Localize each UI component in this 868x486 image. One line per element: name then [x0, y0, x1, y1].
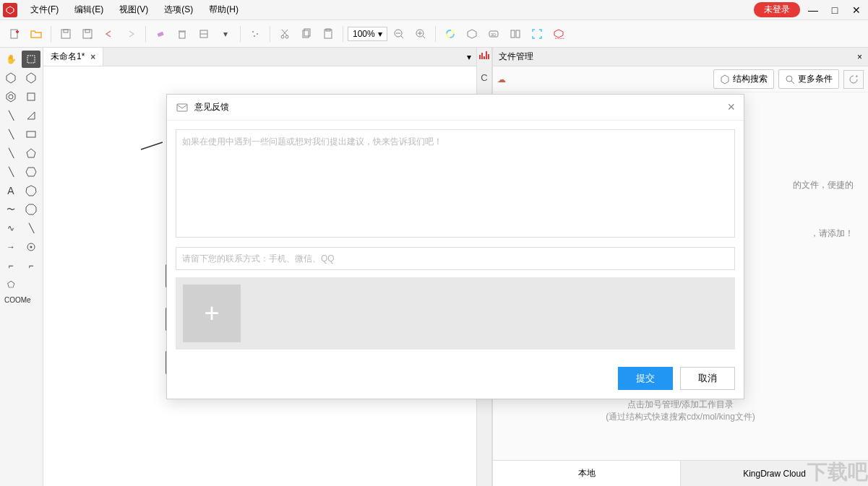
- svg-rect-63: [481, 53, 483, 59]
- svg-text:3D: 3D: [491, 32, 497, 37]
- svg-point-45: [9, 95, 13, 99]
- svg-rect-5: [64, 30, 68, 32]
- contact-input[interactable]: [176, 247, 735, 270]
- svg-point-17: [281, 35, 284, 38]
- select-tool-icon[interactable]: [22, 51, 40, 68]
- zoom-out-icon[interactable]: [389, 24, 409, 44]
- svg-point-14: [252, 31, 254, 32]
- bracket-icon[interactable]: ⌐: [1, 257, 20, 274]
- panel-tabs: 本地 KingDraw Cloud: [493, 460, 868, 486]
- tab-local[interactable]: 本地: [493, 461, 680, 486]
- tab-cloud[interactable]: KingDraw Cloud: [680, 461, 868, 486]
- cloud-icon: ☁: [497, 74, 506, 84]
- svg-marker-42: [7, 73, 15, 83]
- svg-line-19: [283, 30, 288, 35]
- line2-icon[interactable]: ╲: [22, 220, 40, 237]
- menu-options[interactable]: 选项(S): [157, 1, 200, 19]
- app-icon: [3, 3, 17, 17]
- close-window-button[interactable]: ✕: [848, 1, 865, 19]
- pentagon-icon[interactable]: [22, 144, 40, 162]
- svg-rect-62: [479, 55, 481, 59]
- line-tool-icon[interactable]: ╲: [1, 107, 20, 124]
- minimize-button[interactable]: —: [804, 1, 822, 19]
- svg-line-26: [401, 36, 403, 38]
- svg-point-68: [786, 76, 792, 82]
- open-folder-icon[interactable]: [26, 24, 46, 44]
- color-ring-icon[interactable]: [440, 24, 460, 44]
- dash-bond-icon[interactable]: ╲: [1, 144, 20, 162]
- menu-file[interactable]: 文件(F): [23, 1, 66, 19]
- hexagon2-icon[interactable]: [22, 69, 40, 87]
- cancel-button[interactable]: 取消: [680, 367, 735, 390]
- eraser-icon[interactable]: [150, 24, 171, 44]
- svg-marker-52: [26, 204, 36, 214]
- submit-button[interactable]: 提交: [618, 367, 673, 390]
- upload-add-button[interactable]: +: [183, 285, 241, 342]
- feedback-textarea[interactable]: [176, 129, 735, 238]
- hand-tool-icon[interactable]: ✋: [1, 51, 20, 68]
- bond-tool-icon[interactable]: ╲: [1, 126, 20, 143]
- delete-icon[interactable]: [172, 24, 192, 44]
- screenshot-icon[interactable]: [527, 24, 547, 44]
- cube-icon[interactable]: [462, 24, 482, 44]
- panel-close-icon[interactable]: ×: [857, 52, 862, 62]
- wave-icon[interactable]: 〜: [1, 201, 20, 218]
- octagon-icon[interactable]: [22, 201, 40, 218]
- svg-rect-48: [27, 131, 35, 137]
- wedge-icon[interactable]: ╲: [1, 163, 20, 181]
- curve-icon[interactable]: ∿: [1, 220, 20, 237]
- square-icon[interactable]: [22, 88, 40, 105]
- chain-icon[interactable]: ⌐: [22, 257, 40, 274]
- svg-marker-43: [27, 73, 35, 83]
- triangle-icon[interactable]: [22, 107, 40, 124]
- new-file-icon[interactable]: [4, 24, 25, 44]
- hexagon3-icon[interactable]: [22, 163, 40, 181]
- hexagon-icon[interactable]: [1, 69, 20, 87]
- text-tool-icon[interactable]: A: [1, 182, 20, 199]
- zoom-in-icon[interactable]: [411, 24, 431, 44]
- paste-icon[interactable]: [318, 24, 338, 44]
- menu-help[interactable]: 帮助(H): [202, 1, 246, 19]
- svg-rect-1: [11, 30, 17, 38]
- library-icon[interactable]: [505, 24, 525, 44]
- modal-close-icon[interactable]: ×: [727, 100, 735, 115]
- name-icon[interactable]: Name: [549, 24, 569, 44]
- rect-icon[interactable]: [22, 126, 40, 143]
- save-as-icon[interactable]: +: [77, 24, 98, 44]
- tab-close-icon[interactable]: ×: [90, 52, 95, 62]
- arrow-icon[interactable]: →: [1, 238, 20, 256]
- maximize-button[interactable]: □: [826, 1, 843, 19]
- menubar: 文件(F) 编辑(E) 视图(V) 选项(S) 帮助(H) 未登录 — □ ✕: [0, 0, 868, 20]
- save-icon[interactable]: [56, 24, 76, 44]
- chart-icon[interactable]: [478, 51, 490, 61]
- cut-icon[interactable]: [275, 24, 295, 44]
- benzene-icon[interactable]: [1, 88, 20, 105]
- chevron-down-icon: ▾: [378, 29, 382, 39]
- tab-dropdown-icon[interactable]: ▾: [462, 48, 476, 66]
- align-icon[interactable]: [194, 24, 214, 44]
- svg-marker-51: [26, 186, 36, 196]
- copy-icon[interactable]: [296, 24, 317, 44]
- heptagon-icon[interactable]: [22, 182, 40, 199]
- menu-edit[interactable]: 编辑(E): [67, 1, 111, 19]
- redo-icon[interactable]: [121, 24, 141, 44]
- svg-point-18: [285, 35, 288, 38]
- undo-icon[interactable]: [99, 24, 119, 44]
- zoom-level[interactable]: 100% ▾: [348, 27, 387, 41]
- document-tab[interactable]: 未命名1* ×: [43, 48, 103, 66]
- svg-rect-37: [511, 30, 515, 38]
- misc-icon[interactable]: [22, 276, 40, 293]
- 3d-icon[interactable]: 3D: [484, 24, 504, 44]
- feedback-icon: [176, 101, 189, 114]
- menu-view[interactable]: 视图(V): [112, 1, 155, 19]
- modal-title: 意见反馈: [194, 101, 229, 113]
- refresh-button[interactable]: [843, 70, 864, 89]
- more-conditions-button[interactable]: 更多条件: [778, 69, 839, 89]
- ring-tool-icon[interactable]: ⬠: [1, 276, 20, 293]
- radical-icon[interactable]: [22, 238, 40, 256]
- dropdown-icon[interactable]: ▾: [215, 24, 236, 44]
- structure-search-button[interactable]: 结构搜索: [713, 69, 774, 89]
- svg-rect-10: [179, 32, 185, 38]
- login-badge[interactable]: 未登录: [754, 2, 800, 17]
- clean-icon[interactable]: [245, 24, 265, 44]
